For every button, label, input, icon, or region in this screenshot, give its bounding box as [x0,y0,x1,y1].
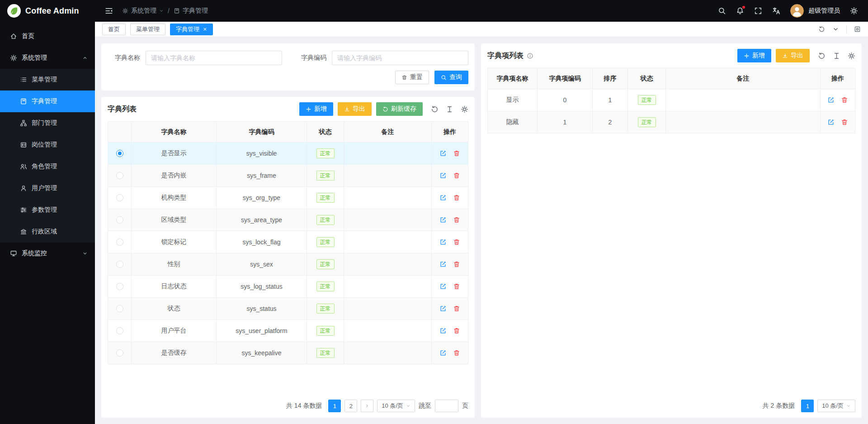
sidebar-item-dict-mgmt[interactable]: 字典管理 [0,91,95,112]
query-button[interactable]: 查询 [434,71,468,84]
dict-code-input[interactable] [332,51,468,65]
table-row[interactable]: 机构类型sys_org_type正常 [108,187,468,209]
delete-icon[interactable] [453,261,460,268]
page-button-1[interactable]: 1 [801,400,814,412]
row-radio[interactable] [116,172,123,179]
table-row[interactable]: 日志状态sys_log_status正常 [108,276,468,298]
refresh-table-button[interactable] [818,52,826,60]
row-radio[interactable] [116,327,123,334]
table-row[interactable]: 区域类型sys_area_type正常 [108,209,468,231]
edit-icon[interactable] [439,305,447,312]
delete-icon[interactable] [453,238,460,246]
row-radio[interactable] [116,194,123,201]
tab-menu-mgmt[interactable]: 菜单管理 [130,24,165,35]
collapse-sidebar-button[interactable] [105,7,113,15]
table-row[interactable]: 是否显示sys_visible正常 [108,143,468,165]
sidebar-item-menu-mgmt[interactable]: 菜单管理 [0,69,95,91]
row-radio[interactable] [116,150,123,157]
refresh-tabs-button[interactable] [818,26,825,33]
sidebar-item-system-mgmt[interactable]: 系统管理 [0,47,95,69]
delete-icon[interactable] [453,216,460,224]
page-button-2[interactable]: 2 [344,400,357,412]
table-settings-button[interactable] [848,52,855,60]
sidebar-item-post-mgmt[interactable]: 岗位管理 [0,134,95,156]
row-radio[interactable] [116,283,123,290]
app-logo[interactable]: Coffee Admin [0,0,95,22]
jump-input[interactable] [435,400,458,412]
edit-icon[interactable] [439,150,447,157]
column-settings-button[interactable] [833,52,840,60]
edit-icon[interactable] [439,327,447,334]
delete-icon[interactable] [841,96,848,104]
table-row[interactable]: 锁定标记sys_lock_flag正常 [108,231,468,253]
table-row[interactable]: 显示01正常 [488,89,855,111]
refresh-table-button[interactable] [431,105,439,113]
export-dict-button[interactable]: 导出 [338,102,372,116]
delete-icon[interactable] [453,283,460,290]
tab-dict-mgmt[interactable]: 字典管理 [170,24,213,35]
table-row[interactable]: 是否缓存sys_keepalive正常 [108,342,468,364]
table-row[interactable]: 用户平台sys_user_platform正常 [108,320,468,342]
next-page-button[interactable] [361,400,373,412]
refresh-cache-button[interactable]: 刷新缓存 [376,102,423,116]
username[interactable]: 超级管理员 [808,7,840,15]
breadcrumb-item-system[interactable]: 系统管理 [122,7,164,15]
info-icon[interactable] [527,52,533,59]
reset-button[interactable]: 重置 [395,71,429,84]
translate-button[interactable] [772,7,780,15]
edit-icon[interactable] [439,349,447,357]
edit-icon[interactable] [439,194,447,201]
edit-icon[interactable] [827,96,835,104]
content-fullscreen-button[interactable] [854,26,861,33]
delete-icon[interactable] [841,119,848,126]
region-icon [20,228,27,235]
page-button-1[interactable]: 1 [328,400,341,412]
sidebar-item-home[interactable]: 首页 [0,25,95,47]
table-row[interactable]: 状态sys_status正常 [108,298,468,320]
sidebar-item-role-mgmt[interactable]: 角色管理 [0,156,95,177]
delete-icon[interactable] [453,305,460,312]
page-size-select[interactable]: 10 条/页 [377,400,415,412]
row-radio[interactable] [116,349,123,357]
search-button[interactable] [718,7,726,15]
row-radio[interactable] [116,261,123,268]
delete-icon[interactable] [453,194,460,201]
sidebar-item-user-mgmt[interactable]: 用户管理 [0,177,95,199]
notification-button[interactable] [736,7,744,15]
edit-icon[interactable] [439,172,447,179]
dict-name-input[interactable] [146,51,282,65]
edit-icon[interactable] [439,238,447,246]
sidebar-item-system-monitor[interactable]: 系统监控 [0,243,95,264]
table-row[interactable]: 性别sys_sex正常 [108,253,468,276]
row-radio[interactable] [116,238,123,246]
settings-button[interactable] [850,7,858,15]
add-dict-button[interactable]: 新增 [299,102,333,116]
page-size-select[interactable]: 10 条/页 [817,400,855,412]
delete-icon[interactable] [453,327,460,334]
row-radio[interactable] [116,305,123,312]
column-settings-button[interactable] [446,105,453,113]
edit-icon[interactable] [827,119,835,126]
delete-icon[interactable] [453,150,460,157]
edit-icon[interactable] [439,216,447,224]
close-icon[interactable] [203,27,207,31]
table-settings-button[interactable] [461,105,468,113]
breadcrumb-item-dict[interactable]: 字典管理 [174,7,208,15]
add-item-button[interactable]: 新增 [737,49,771,62]
tab-home[interactable]: 首页 [102,24,126,35]
fullscreen-button[interactable] [754,7,762,15]
table-row[interactable]: 是否内嵌sys_frame正常 [108,165,468,187]
delete-icon[interactable] [453,349,460,357]
sidebar-item-region-mgmt[interactable]: 行政区域 [0,221,95,243]
user-avatar[interactable] [790,4,804,18]
edit-icon[interactable] [439,261,447,268]
tab-actions-dropdown[interactable] [832,26,839,33]
sidebar-item-dept-mgmt[interactable]: 部门管理 [0,112,95,134]
row-radio[interactable] [116,216,123,224]
export-item-button[interactable]: 导出 [776,49,810,62]
table-row[interactable]: 隐藏12正常 [488,111,855,133]
edit-icon[interactable] [439,283,447,290]
sidebar-item-label: 用户管理 [32,184,57,192]
sidebar-item-param-mgmt[interactable]: 参数管理 [0,199,95,221]
delete-icon[interactable] [453,172,460,179]
